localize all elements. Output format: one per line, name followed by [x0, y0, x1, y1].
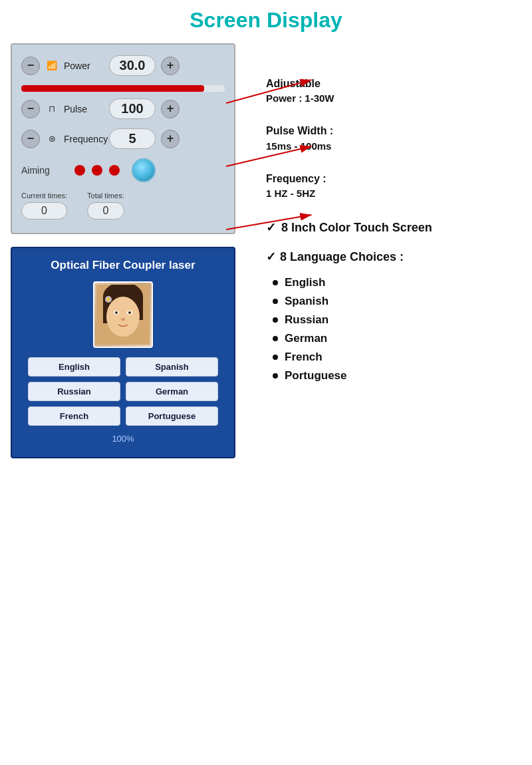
language-choices-title: ✓ 8 Language Choices :	[266, 249, 532, 264]
lang-portuguese: Portuguese	[285, 369, 347, 382]
pulse-annotation-detail: 15ms - 100ms	[266, 139, 532, 153]
pulse-row: − ⊓ Pulse 100 +	[21, 98, 225, 119]
aiming-label: Aiming	[21, 165, 68, 176]
total-times-value: 0	[87, 202, 124, 220]
pulse-minus-button[interactable]: −	[21, 100, 40, 118]
svg-point-11	[115, 311, 118, 314]
bullet-icon	[273, 299, 278, 304]
face-container	[21, 281, 225, 348]
total-times-label: Total times:	[87, 192, 124, 200]
frequency-annotation-detail: 1 HZ - 5HZ	[266, 186, 532, 200]
power-bar	[21, 85, 204, 92]
list-item-spanish: Spanish	[273, 292, 532, 311]
power-annotation-detail: Power : 1-30W	[266, 91, 532, 105]
svg-point-13	[121, 318, 125, 321]
power-value: 30.0	[109, 55, 156, 76]
pulse-label: Pulse	[64, 104, 104, 114]
power-icon: 📶	[44, 61, 60, 71]
svg-point-15	[107, 298, 110, 301]
power-row: − 📶 Power 30.0 +	[21, 55, 225, 76]
current-times-label: Current times:	[21, 192, 67, 200]
frequency-minus-button[interactable]: −	[21, 130, 40, 148]
lang-btn-grid: English Spanish Russian German French Po…	[28, 357, 218, 426]
language-panel: Optical Fiber Coupler laser	[11, 247, 235, 458]
device-panel: − 📶 Power 30.0 + − ⊓ Pulse 100 + − ⊛	[11, 43, 235, 234]
list-item-french: French	[273, 348, 532, 367]
bullet-icon	[273, 373, 278, 379]
power-plus-button[interactable]: +	[161, 57, 180, 75]
lang-english: English	[285, 276, 325, 289]
aiming-dot-2	[92, 165, 102, 176]
list-item-english: English	[273, 273, 532, 292]
pulse-plus-button[interactable]: +	[161, 100, 180, 118]
svg-point-8	[106, 297, 140, 337]
page-title: Screen Display	[0, 0, 532, 43]
lang-btn-portuguese[interactable]: Portuguese	[126, 406, 218, 426]
list-item-russian: Russian	[273, 311, 532, 329]
bullet-icon	[273, 355, 278, 360]
touch-screen-label: 8 Inch Color Touch Screen	[281, 221, 432, 235]
bottom-right: ✓ 8 Language Choices : English Spanish R…	[246, 243, 532, 458]
pulse-value: 100	[109, 98, 156, 119]
power-bar-container	[21, 85, 225, 92]
current-times-value: 0	[21, 202, 67, 220]
face-image	[93, 281, 153, 348]
power-annotation: Adjustable Power : 1-30W	[266, 76, 532, 105]
current-times-group: Current times: 0	[21, 192, 67, 220]
language-choices-label: 8 Language Choices :	[280, 250, 404, 264]
svg-point-12	[128, 311, 131, 314]
frequency-row: − ⊛ Frequency 5 +	[21, 128, 225, 149]
lang-btn-french[interactable]: French	[28, 406, 120, 426]
aiming-light	[132, 158, 156, 182]
frequency-plus-button[interactable]: +	[161, 130, 180, 148]
lang-german: German	[285, 332, 327, 345]
lang-btn-spanish[interactable]: Spanish	[126, 357, 218, 377]
aiming-dot-3	[109, 165, 120, 176]
lang-russian: Russian	[285, 313, 329, 327]
frequency-annotation: Frequency : 1 HZ - 5HZ	[266, 172, 532, 200]
frequency-value: 5	[109, 128, 156, 149]
power-annotation-title: Adjustable	[266, 76, 532, 91]
power-minus-button[interactable]: −	[21, 57, 40, 75]
touch-screen-check: ✓	[266, 220, 276, 235]
right-annotations: Adjustable Power : 1-30W Pulse Width : 1…	[246, 43, 532, 240]
list-item-portuguese: Portuguese	[273, 367, 532, 385]
lang-percent: 100%	[21, 434, 225, 444]
touch-screen-title: ✓ 8 Inch Color Touch Screen	[266, 220, 532, 235]
lang-btn-german[interactable]: German	[126, 382, 218, 401]
language-list: English Spanish Russian German French Po…	[266, 273, 532, 385]
lang-spanish: Spanish	[285, 295, 329, 308]
lang-btn-english[interactable]: English	[28, 357, 120, 377]
pulse-annotation-title: Pulse Width :	[266, 124, 532, 138]
frequency-icon: ⊛	[44, 134, 60, 144]
lang-btn-russian[interactable]: Russian	[28, 382, 120, 401]
frequency-label: Frequency	[64, 134, 104, 144]
frequency-annotation-title: Frequency :	[266, 172, 532, 186]
total-times-group: Total times: 0	[87, 192, 124, 220]
aiming-row: Aiming	[21, 158, 225, 182]
pulse-annotation: Pulse Width : 15ms - 100ms	[266, 124, 532, 152]
bullet-icon	[273, 336, 278, 341]
power-label: Power	[64, 61, 104, 71]
touch-screen-section: ✓ 8 Inch Color Touch Screen	[266, 220, 532, 235]
language-panel-title: Optical Fiber Coupler laser	[21, 259, 225, 272]
lang-french: French	[285, 351, 323, 364]
list-item-german: German	[273, 329, 532, 348]
times-row: Current times: 0 Total times: 0	[21, 192, 225, 220]
bullet-icon	[273, 280, 278, 285]
face-svg	[96, 285, 150, 345]
pulse-icon: ⊓	[44, 104, 60, 114]
bullet-icon	[273, 317, 278, 323]
bottom-section: Optical Fiber Coupler laser	[0, 243, 532, 458]
language-check-mark: ✓	[266, 249, 276, 264]
aiming-dot-1	[74, 165, 85, 176]
